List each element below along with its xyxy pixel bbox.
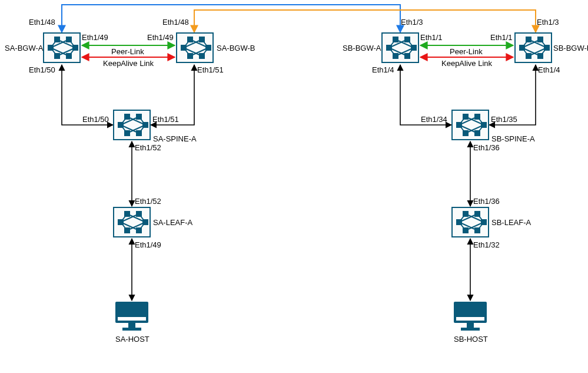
label-sa-bgw-b: SA-BGW-B — [217, 44, 255, 52]
link-dci-orange — [194, 10, 536, 32]
device-sb-bgw-a — [381, 32, 419, 63]
device-sa-leaf-a — [113, 207, 151, 237]
label-sb-bgw-b: SB-BGW-B — [553, 44, 588, 52]
switch-icon — [177, 33, 212, 62]
port-sa-leaf-bot: Eth1/49 — [135, 240, 161, 249]
port-sb-bgw-b-top: Eth1/3 — [537, 18, 559, 27]
device-sa-bgw-a — [43, 32, 81, 63]
label-sb-host: SB-HOST — [454, 335, 488, 344]
label-sa-leaf-a: SA-LEAF-A — [153, 218, 192, 227]
label-sb-leaf-a: SB-LEAF-A — [491, 218, 531, 227]
port-sb-leaf-top: Eth1/36 — [473, 197, 500, 206]
port-sb-bgw-b-left: Eth1/1 — [490, 33, 513, 42]
keepalive-label-left: KeepAlive Link — [103, 59, 154, 68]
port-sb-bgw-a-bot: Eth1/4 — [372, 65, 394, 74]
peer-link-label-left: Peer-Link — [111, 47, 144, 56]
port-sa-spine-left: Eth1/50 — [82, 115, 109, 124]
port-sb-bgw-b-bot: Eth1/4 — [538, 65, 560, 74]
label-sb-bgw-a: SB-BGW-A — [343, 44, 381, 52]
switch-icon — [453, 207, 488, 237]
port-sa-bgw-b-left: Eth1/49 — [147, 33, 174, 42]
switch-icon — [44, 33, 79, 62]
monitor-icon — [115, 302, 148, 331]
port-sa-leaf-top: Eth1/52 — [135, 197, 161, 206]
device-sa-spine-a — [113, 110, 151, 140]
link-dci-blue — [62, 5, 400, 32]
device-sa-host — [115, 302, 148, 333]
switch-icon — [114, 207, 150, 237]
port-sa-bgw-a-right: Eth1/49 — [82, 33, 108, 42]
switch-icon — [114, 110, 150, 140]
port-sa-spine-bot: Eth1/52 — [135, 143, 161, 152]
port-sa-bgw-a-bot: Eth1/50 — [29, 65, 55, 74]
label-sa-host: SA-HOST — [115, 335, 150, 344]
port-sb-leaf-bot: Eth1/32 — [473, 240, 500, 249]
port-sb-bgw-a-top: Eth1/3 — [401, 18, 423, 27]
keepalive-label-right: KeepAlive Link — [441, 59, 492, 68]
port-sa-bgw-b-top: Eth1/48 — [162, 18, 189, 27]
device-sa-bgw-b — [176, 32, 214, 63]
port-sa-bgw-a-top: Eth1/48 — [29, 18, 55, 27]
device-sb-host — [454, 302, 487, 333]
device-sb-bgw-b — [514, 32, 552, 63]
port-sa-bgw-b-bot: Eth1/51 — [197, 65, 224, 74]
port-sa-spine-right: Eth1/51 — [152, 115, 179, 124]
monitor-icon — [454, 302, 487, 331]
device-sb-leaf-a — [451, 207, 489, 237]
switch-icon — [453, 110, 488, 140]
switch-icon — [516, 33, 551, 62]
diagram-canvas — [0, 0, 588, 373]
switch-icon — [383, 33, 418, 62]
port-sb-spine-left: Eth1/34 — [421, 115, 447, 124]
port-sb-spine-right: Eth1/35 — [491, 115, 517, 124]
port-sb-bgw-a-right: Eth1/1 — [420, 33, 443, 42]
label-sa-bgw-a: SA-BGW-A — [5, 44, 44, 52]
label-sa-spine-a: SA-SPINE-A — [153, 134, 197, 143]
device-sb-spine-a — [451, 110, 489, 140]
label-sb-spine-a: SB-SPINE-A — [491, 134, 535, 143]
port-sb-spine-bot: Eth1/36 — [473, 143, 500, 152]
peer-link-label-right: Peer-Link — [450, 47, 483, 56]
